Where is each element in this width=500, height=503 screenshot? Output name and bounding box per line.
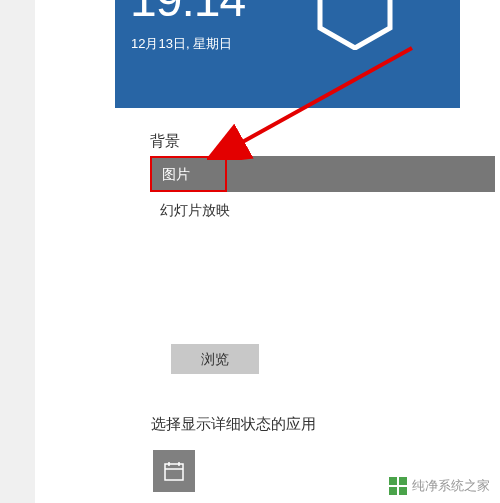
svg-rect-9 <box>389 487 397 495</box>
svg-rect-8 <box>399 477 407 485</box>
app-tile-calendar[interactable] <box>153 450 195 492</box>
lock-screen-preview: 19:14 12月13日, 星期日 <box>115 0 460 108</box>
calendar-icon <box>163 460 185 482</box>
svg-rect-10 <box>399 487 407 495</box>
watermark-text: 纯净系统之家 <box>412 477 490 495</box>
dropdown-option-slideshow[interactable]: 幻灯片放映 <box>150 192 495 228</box>
watermark: 纯净系统之家 <box>389 477 490 495</box>
lock-date: 12月13日, 星期日 <box>131 35 232 53</box>
dropdown-option-picture[interactable]: 图片 <box>150 156 227 192</box>
settings-panel: 19:14 12月13日, 星期日 背景 图片 幻灯片放映 浏览 选择显示详细状… <box>35 0 500 503</box>
svg-rect-3 <box>165 464 183 480</box>
background-section-label: 背景 <box>150 132 180 151</box>
watermark-logo-icon <box>389 477 407 495</box>
detail-status-section-label: 选择显示详细状态的应用 <box>151 415 316 434</box>
background-dropdown[interactable]: 图片 幻灯片放映 <box>150 156 495 228</box>
windows-logo-icon <box>315 0 395 50</box>
browse-button[interactable]: 浏览 <box>171 344 259 374</box>
lock-time: 19:14 <box>130 0 245 27</box>
svg-rect-7 <box>389 477 397 485</box>
svg-marker-0 <box>320 0 390 48</box>
